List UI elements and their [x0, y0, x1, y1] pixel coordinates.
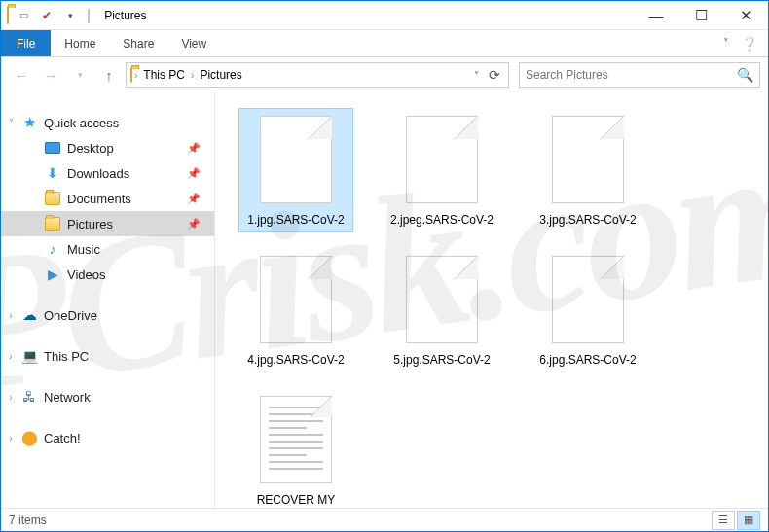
file-name-label: 3.jpg.SARS-CoV-2	[539, 212, 636, 228]
nav-downloads[interactable]: ⬇ Downloads 📌	[1, 160, 214, 186]
file-name-label: 1.jpg.SARS-CoV-2	[247, 212, 344, 228]
tab-home[interactable]: Home	[51, 30, 109, 56]
help-icon[interactable]: ❔	[737, 30, 760, 56]
chevron-right-icon[interactable]: ›	[134, 70, 137, 81]
nav-label: Quick access	[44, 116, 119, 130]
window-title: Pictures	[104, 9, 146, 22]
unknown-file-icon	[255, 253, 337, 346]
ribbon-expand-button[interactable]: ˅	[715, 30, 737, 56]
caret-icon[interactable]: ˅	[5, 118, 17, 128]
nav-quick-access[interactable]: ˅ ★ Quick access	[1, 110, 214, 135]
music-icon: ♪	[44, 240, 61, 258]
recent-locations-button[interactable]: ▾	[67, 62, 92, 88]
minimize-button[interactable]: —	[634, 1, 678, 30]
folder-icon	[130, 68, 132, 82]
status-bar: 7 items ☰ ▦	[1, 508, 768, 531]
desktop-icon	[44, 139, 61, 157]
computer-icon: 💻	[20, 347, 38, 365]
titlebar: ▭ ✔ ▾ | Pictures — ☐ ✕	[1, 1, 768, 30]
nav-label: Pictures	[67, 217, 113, 231]
navigation-row: ← → ▾ ↑ › This PC › Pictures ˅ ⟳ Search …	[1, 57, 768, 92]
address-bar[interactable]: › This PC › Pictures ˅ ⟳	[126, 62, 509, 88]
pin-icon: 📌	[187, 193, 201, 205]
videos-icon: ▶	[44, 266, 61, 283]
nav-label: Desktop	[67, 141, 114, 156]
nav-label: Music	[67, 242, 100, 257]
nav-label: Downloads	[67, 166, 129, 181]
nav-label: This PC	[44, 349, 89, 364]
forward-button[interactable]: →	[38, 62, 63, 88]
pin-icon: 📌	[187, 218, 201, 231]
tab-share[interactable]: Share	[109, 30, 167, 56]
nav-label: OneDrive	[44, 308, 97, 323]
navigation-pane: ˅ ★ Quick access Desktop 📌 ⬇ Downloads 📌…	[1, 92, 215, 508]
file-name-label: 2.jpeg.SARS-CoV-2	[390, 212, 494, 228]
pin-icon: 📌	[187, 167, 201, 180]
address-dropdown-button[interactable]: ˅	[470, 70, 483, 81]
file-item[interactable]: 6.jpg.SARS-CoV-2	[531, 248, 645, 372]
search-icon[interactable]: 🔍	[737, 67, 753, 83]
unknown-file-icon	[401, 253, 483, 346]
back-button[interactable]: ←	[9, 62, 34, 88]
file-tab[interactable]: File	[1, 30, 51, 56]
cloud-icon: ☁	[20, 306, 38, 324]
pin-icon: 📌	[187, 142, 201, 155]
file-name-label: 6.jpg.SARS-CoV-2	[539, 352, 636, 368]
content-pane[interactable]: 1.jpg.SARS-CoV-22.jpeg.SARS-CoV-23.jpg.S…	[215, 92, 768, 508]
nav-network[interactable]: › 🖧 Network	[1, 384, 214, 409]
file-name-label: RECOVER MY ENCRYPTED FILES.TXT	[243, 492, 348, 508]
search-placeholder: Search Pictures	[526, 68, 737, 82]
nav-videos[interactable]: ▶ Videos	[1, 262, 214, 287]
catch-icon: ⬤	[20, 429, 38, 446]
nav-onedrive[interactable]: › ☁ OneDrive	[1, 302, 214, 328]
caret-icon[interactable]: ›	[5, 310, 17, 321]
file-item[interactable]: RECOVER MY ENCRYPTED FILES.TXT	[238, 388, 353, 508]
folder-icon	[7, 7, 9, 24]
nav-pictures[interactable]: Pictures 📌	[1, 211, 214, 236]
file-name-label: 4.jpg.SARS-CoV-2	[247, 352, 344, 368]
nav-label: Network	[44, 390, 91, 405]
unknown-file-icon	[401, 113, 483, 206]
body: ˅ ★ Quick access Desktop 📌 ⬇ Downloads 📌…	[1, 92, 768, 508]
icons-view-button[interactable]: ▦	[737, 511, 760, 530]
breadcrumb-thispc[interactable]: This PC	[139, 68, 189, 82]
nav-thispc[interactable]: › 💻 This PC	[1, 343, 214, 369]
file-grid: 1.jpg.SARS-CoV-22.jpeg.SARS-CoV-23.jpg.S…	[238, 108, 756, 508]
unknown-file-icon	[547, 113, 629, 206]
search-input[interactable]: Search Pictures 🔍	[519, 62, 760, 88]
qat-dropdown-button[interactable]: ▾	[59, 5, 81, 26]
file-name-label: 5.jpg.SARS-CoV-2	[393, 352, 490, 368]
network-icon: 🖧	[20, 388, 38, 406]
unknown-file-icon	[547, 253, 629, 346]
window-controls: — ☐ ✕	[634, 1, 768, 30]
caret-icon[interactable]: ›	[5, 433, 17, 443]
qat-checkbox-button[interactable]: ✔	[36, 5, 57, 26]
nav-catch[interactable]: › ⬤ Catch!	[1, 425, 214, 450]
nav-label: Documents	[67, 192, 131, 206]
nav-label: Catch!	[44, 431, 81, 445]
file-item[interactable]: 2.jpeg.SARS-CoV-2	[384, 108, 499, 232]
chevron-right-icon[interactable]: ›	[191, 70, 194, 81]
caret-icon[interactable]: ›	[5, 392, 17, 403]
file-item[interactable]: 3.jpg.SARS-CoV-2	[531, 108, 645, 232]
maximize-button[interactable]: ☐	[678, 1, 723, 30]
details-view-button[interactable]: ☰	[712, 511, 735, 530]
quick-access-toolbar: ▭ ✔ ▾	[13, 5, 81, 26]
nav-music[interactable]: ♪ Music	[1, 236, 214, 262]
file-item[interactable]: 5.jpg.SARS-CoV-2	[384, 248, 499, 372]
up-button[interactable]: ↑	[96, 62, 122, 88]
ribbon: File Home Share View ˅ ❔	[1, 30, 768, 57]
refresh-button[interactable]: ⟳	[485, 67, 504, 83]
caret-icon[interactable]: ›	[5, 351, 17, 362]
view-switch: ☰ ▦	[712, 511, 760, 530]
file-item[interactable]: 4.jpg.SARS-CoV-2	[238, 248, 353, 372]
pictures-icon	[44, 215, 61, 232]
tab-view[interactable]: View	[167, 30, 220, 56]
close-button[interactable]: ✕	[723, 1, 768, 30]
qat-properties-button[interactable]: ▭	[13, 5, 34, 26]
star-icon: ★	[20, 114, 38, 131]
nav-documents[interactable]: Documents 📌	[1, 186, 214, 211]
nav-desktop[interactable]: Desktop 📌	[1, 135, 214, 160]
breadcrumb-pictures[interactable]: Pictures	[196, 68, 245, 82]
file-item[interactable]: 1.jpg.SARS-CoV-2	[238, 108, 353, 232]
